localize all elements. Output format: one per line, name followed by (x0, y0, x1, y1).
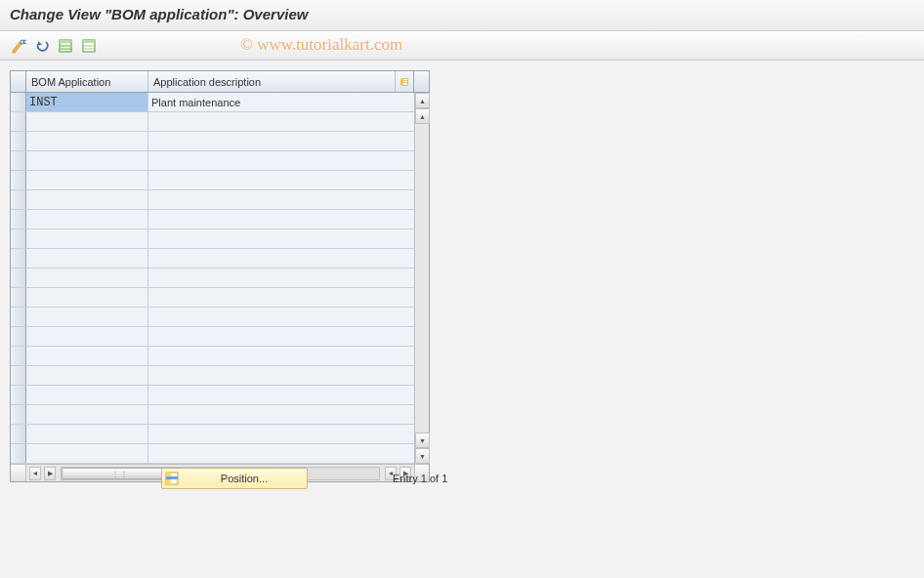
cell-bom-application[interactable] (26, 308, 148, 326)
cell-bom-application[interactable] (26, 229, 148, 248)
scroll-up-button[interactable]: ▲ (415, 93, 430, 108)
cell-application-description[interactable] (148, 347, 413, 365)
row-selector[interactable] (11, 405, 26, 424)
cell-application-description[interactable] (148, 444, 413, 463)
row-selector[interactable] (11, 171, 26, 189)
undo-icon (34, 38, 50, 54)
row-selector[interactable] (11, 93, 26, 111)
cell-application-description[interactable] (148, 249, 413, 268)
scroll-down-button-2[interactable]: ▼ (415, 433, 430, 448)
scroll-up-button-2[interactable]: ▲ (415, 108, 430, 124)
table-row (11, 327, 429, 347)
vscroll-header-spacer (413, 71, 428, 92)
cell-application-description[interactable] (148, 366, 413, 385)
cell-application-description[interactable] (148, 308, 413, 326)
svg-rect-7 (83, 40, 95, 43)
table-row (11, 268, 429, 288)
row-selector[interactable] (11, 425, 26, 443)
cell-bom-application[interactable] (26, 112, 148, 131)
cell-bom-application[interactable] (26, 249, 148, 268)
table-row (11, 249, 429, 268)
table-header: BOM Application Application description (11, 71, 429, 93)
cell-bom-application[interactable] (26, 425, 148, 443)
cell-application-description[interactable] (148, 229, 413, 248)
svg-rect-16 (166, 476, 178, 479)
cell-application-description[interactable] (148, 132, 413, 150)
sap-window: Change View "BOM application": Overview (0, 0, 924, 578)
cell-bom-application[interactable] (26, 171, 148, 189)
cell-application-description[interactable] (148, 425, 413, 443)
table-row (11, 112, 429, 132)
cell-bom-application[interactable] (26, 151, 148, 170)
cell-bom-application[interactable] (26, 210, 148, 228)
select-all-icon (58, 38, 73, 54)
table-row (11, 132, 429, 151)
cell-bom-application[interactable] (26, 327, 148, 346)
table-row (11, 425, 429, 444)
position-button[interactable]: Position... (161, 468, 308, 489)
cell-application-description[interactable] (148, 151, 413, 170)
table-row (11, 308, 429, 327)
undo-button[interactable] (31, 35, 53, 57)
scroll-first-button[interactable]: ◄ (29, 467, 41, 480)
col-header-bom-application[interactable]: BOM Application (26, 71, 148, 92)
deselect-all-icon (81, 38, 97, 54)
row-selector[interactable] (11, 249, 26, 268)
cell-application-description[interactable] (148, 190, 413, 209)
cell-bom-application[interactable] (26, 386, 148, 404)
row-selector[interactable] (11, 288, 26, 307)
row-selector[interactable] (11, 112, 26, 131)
cell-bom-application[interactable] (26, 444, 148, 463)
row-selector[interactable] (11, 366, 26, 385)
entry-counter: Entry 1 of 1 (393, 473, 447, 484)
cell-bom-application[interactable] (26, 268, 148, 287)
row-selector-header[interactable] (11, 71, 26, 92)
position-icon (162, 472, 182, 485)
row-selector[interactable] (11, 444, 26, 463)
table-row (11, 347, 429, 366)
cell-bom-application[interactable] (26, 366, 148, 385)
cell-application-description[interactable] (148, 288, 413, 307)
scroll-down-button[interactable]: ▼ (415, 448, 430, 464)
vertical-scrollbar[interactable]: ▲ ▲ ▼ ▼ (414, 93, 429, 464)
row-selector[interactable] (11, 268, 26, 287)
scroll-left-button[interactable]: ▶ (44, 467, 56, 480)
table-config-button[interactable] (396, 71, 413, 92)
deselect-all-button[interactable] (78, 35, 100, 57)
row-selector[interactable] (11, 327, 26, 346)
select-all-button[interactable] (55, 35, 76, 57)
row-selector[interactable] (11, 151, 26, 170)
bom-table: BOM Application Application description … (10, 70, 430, 482)
cell-application-description[interactable] (148, 405, 413, 424)
row-selector[interactable] (11, 132, 26, 150)
cell-bom-application[interactable] (26, 132, 148, 150)
row-selector[interactable] (11, 386, 26, 404)
toggle-display-button[interactable] (8, 35, 29, 57)
cell-application-description[interactable] (148, 112, 413, 131)
row-selector[interactable] (11, 308, 26, 326)
table-row (11, 229, 429, 249)
cell-bom-application[interactable] (26, 190, 148, 209)
cell-application-description[interactable] (148, 268, 413, 287)
cell-application-description[interactable] (148, 171, 413, 189)
position-button-label: Position... (182, 473, 307, 484)
table-row (11, 386, 429, 405)
cell-bom-application[interactable]: INST (26, 93, 148, 111)
cell-application-description[interactable] (148, 386, 413, 404)
table-row: INSTPlant maintenance (11, 93, 429, 112)
col-header-application-description[interactable]: Application description (148, 71, 396, 92)
cell-bom-application[interactable] (26, 288, 148, 307)
row-selector[interactable] (11, 190, 26, 209)
toolbar (0, 31, 924, 61)
row-selector[interactable] (11, 347, 26, 365)
row-selector[interactable] (11, 229, 26, 248)
row-selector[interactable] (11, 210, 26, 228)
cell-bom-application[interactable] (26, 347, 148, 365)
cell-bom-application[interactable] (26, 405, 148, 424)
cell-application-description[interactable] (148, 210, 413, 228)
cell-application-description[interactable]: Plant maintenance (148, 93, 413, 111)
cell-application-description[interactable] (148, 327, 413, 346)
table-row (11, 190, 429, 210)
table-body: INSTPlant maintenance ▲ ▲ ▼ ▼ (11, 93, 429, 464)
table-row (11, 366, 429, 386)
